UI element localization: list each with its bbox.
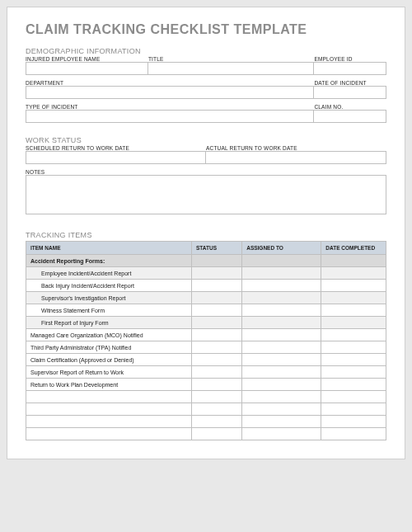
input-type-of-incident[interactable] — [26, 110, 314, 123]
cell-date[interactable] — [321, 341, 386, 354]
cell-assigned[interactable] — [242, 329, 321, 341]
cell-item: Return to Work Plan Development — [26, 379, 192, 391]
input-department[interactable] — [26, 86, 314, 99]
cell-status[interactable] — [192, 366, 242, 379]
cell-date[interactable] — [321, 366, 386, 379]
cell-date[interactable] — [321, 354, 386, 366]
table-row — [26, 428, 386, 440]
work-row-1: SCHEDULED RETURN TO WORK DATE ACTUAL RET… — [26, 145, 386, 164]
cell-date[interactable] — [321, 292, 386, 304]
section-heading-demographic: DEMOGRAPHIC INFORMATION — [26, 47, 386, 55]
cell-date[interactable] — [321, 329, 386, 341]
cell-date[interactable] — [321, 267, 386, 280]
table-row: Supervisor Report of Return to Work — [26, 366, 386, 379]
table-row: Return to Work Plan Development — [26, 379, 386, 391]
cell-status[interactable] — [192, 267, 242, 280]
cell-date[interactable] — [321, 391, 386, 403]
input-date-of-incident[interactable] — [314, 86, 386, 99]
cell-assigned[interactable] — [242, 403, 321, 416]
cell-status[interactable] — [192, 354, 242, 366]
cell-item: Third Party Administrator (TPA) Notified — [26, 341, 192, 354]
label-notes: NOTES — [26, 169, 386, 175]
demo-row-2: DEPARTMENT DATE OF INCIDENT — [26, 80, 386, 99]
cell-date[interactable] — [321, 304, 386, 317]
cell-assigned[interactable] — [242, 379, 321, 391]
input-title[interactable] — [148, 62, 314, 75]
input-claim-no[interactable] — [314, 110, 386, 123]
table-row — [26, 391, 386, 403]
cell-status[interactable] — [192, 255, 242, 267]
cell-date[interactable] — [321, 280, 386, 292]
table-row: Claim Certification (Approved or Denied) — [26, 354, 386, 366]
cell-assigned[interactable] — [242, 267, 321, 280]
cell-item: Back Injury Incident/Accident Report — [26, 280, 192, 292]
cell-assigned[interactable] — [242, 416, 321, 428]
tracking-table: ITEM NAME STATUS ASSIGNED TO DATE COMPLE… — [26, 241, 386, 440]
col-status: STATUS — [192, 242, 242, 255]
input-employee-name[interactable] — [26, 62, 148, 75]
table-row: Supervisor's Investigation Report — [26, 292, 386, 304]
cell-assigned[interactable] — [242, 391, 321, 403]
label-claim-no: CLAIM NO. — [314, 104, 386, 110]
cell-date[interactable] — [321, 403, 386, 416]
table-row: Witness Statement Form — [26, 304, 386, 317]
cell-status[interactable] — [192, 391, 242, 403]
cell-status[interactable] — [192, 379, 242, 391]
cell-assigned[interactable] — [242, 428, 321, 440]
label-actual-return: ACTUAL RETURN TO WORK DATE — [206, 145, 386, 151]
cell-item — [26, 416, 192, 428]
page-title: CLAIM TRACKING CHECKLIST TEMPLATE — [26, 22, 386, 37]
cell-assigned[interactable] — [242, 354, 321, 366]
cell-date[interactable] — [321, 428, 386, 440]
cell-status[interactable] — [192, 403, 242, 416]
col-assigned: ASSIGNED TO — [242, 242, 321, 255]
cell-item: First Report of Injury Form — [26, 317, 192, 329]
table-row: Accident Reporting Forms: — [26, 255, 386, 267]
cell-item — [26, 428, 192, 440]
cell-item: Employee Incident/Accident Report — [26, 267, 192, 280]
cell-date[interactable] — [321, 317, 386, 329]
col-item: ITEM NAME — [26, 242, 192, 255]
cell-assigned[interactable] — [242, 304, 321, 317]
cell-date[interactable] — [321, 416, 386, 428]
cell-assigned[interactable] — [242, 255, 321, 267]
cell-assigned[interactable] — [242, 366, 321, 379]
cell-item: Claim Certification (Approved or Denied) — [26, 354, 192, 366]
cell-status[interactable] — [192, 304, 242, 317]
cell-date[interactable] — [321, 379, 386, 391]
label-employee-id: EMPLOYEE ID — [314, 56, 386, 62]
cell-assigned[interactable] — [242, 292, 321, 304]
section-heading-work-status: WORK STATUS — [26, 136, 386, 144]
cell-status[interactable] — [192, 329, 242, 341]
input-actual-return[interactable] — [206, 151, 386, 164]
cell-assigned[interactable] — [242, 317, 321, 329]
label-date-of-incident: DATE OF INCIDENT — [314, 80, 386, 86]
cell-item: Supervisor's Investigation Report — [26, 292, 192, 304]
label-employee-name: INJURED EMPLOYEE NAME — [26, 56, 148, 62]
cell-assigned[interactable] — [242, 341, 321, 354]
cell-status[interactable] — [192, 292, 242, 304]
cell-item: Supervisor Report of Return to Work — [26, 366, 192, 379]
table-row — [26, 416, 386, 428]
work-row-notes: NOTES — [26, 169, 386, 214]
cell-assigned[interactable] — [242, 280, 321, 292]
table-row: Employee Incident/Accident Report — [26, 267, 386, 280]
table-row — [26, 403, 386, 416]
cell-status[interactable] — [192, 341, 242, 354]
cell-item: Accident Reporting Forms: — [26, 255, 192, 267]
label-type-of-incident: TYPE OF INCIDENT — [26, 104, 314, 110]
cell-status[interactable] — [192, 428, 242, 440]
section-heading-tracking: TRACKING ITEMS — [26, 231, 386, 239]
cell-status[interactable] — [192, 416, 242, 428]
table-row: First Report of Injury Form — [26, 317, 386, 329]
input-employee-id[interactable] — [314, 62, 386, 75]
input-scheduled-return[interactable] — [26, 151, 206, 164]
table-row: Third Party Administrator (TPA) Notified — [26, 341, 386, 354]
cell-item: Managed Care Organization (MCO) Notified — [26, 329, 192, 341]
tracking-header-row: ITEM NAME STATUS ASSIGNED TO DATE COMPLE… — [26, 242, 386, 255]
label-department: DEPARTMENT — [26, 80, 314, 86]
input-notes[interactable] — [26, 175, 386, 214]
cell-status[interactable] — [192, 280, 242, 292]
cell-date[interactable] — [321, 255, 386, 267]
cell-status[interactable] — [192, 317, 242, 329]
